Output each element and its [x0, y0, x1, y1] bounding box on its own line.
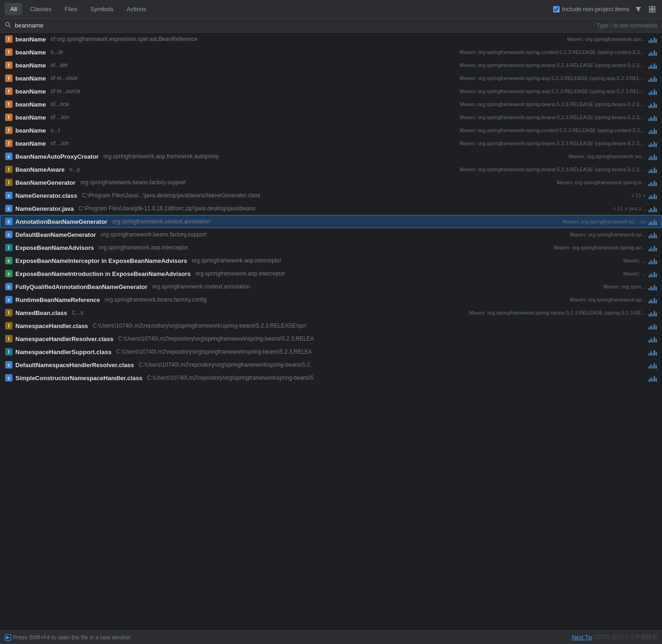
item-graph-icon: [649, 140, 657, 147]
tab-actions[interactable]: Actions: [121, 3, 152, 15]
item-type-icon: c: [5, 374, 13, 382]
item-source: Maven: org.springframework:spring-contex…: [460, 49, 646, 55]
item-name: beanName: [15, 49, 46, 56]
result-item[interactable]: fbeanNameo...orMaven: org.springframewor…: [0, 46, 662, 59]
search-icon: [5, 21, 11, 29]
result-item[interactable]: INamespaceHandlerResolver.classC:\Users\…: [0, 332, 662, 345]
item-graph-icon: [649, 309, 657, 316]
item-source: Maven: org.springframework wo...: [568, 154, 646, 159]
item-graph-icon: [649, 61, 657, 69]
item-graph-icon: [649, 192, 657, 199]
result-item[interactable]: fbeanNameof or...ourceMaven: org.springf…: [0, 85, 662, 98]
result-item[interactable]: cDefaultBeanNameGeneratororg.springframe…: [0, 228, 662, 241]
item-name: BeanNameAutoProxyCreator: [15, 153, 99, 160]
svg-marker-0: [635, 7, 641, 12]
tab-all[interactable]: All: [5, 3, 22, 15]
item-source: Maven: org.springframework:sp...: [570, 232, 646, 237]
search-input[interactable]: [15, 22, 593, 29]
include-non-project-label[interactable]: Include non-project items: [553, 6, 629, 13]
item-name: ExposeBeanNameInterceptor in ExposeBeanN…: [15, 257, 187, 264]
item-badge: < 11 >: [631, 193, 646, 198]
item-name: FullyQualifiedAnnotationBeanNameGenerato…: [15, 283, 147, 290]
tab-symbols[interactable]: Symbols: [85, 3, 119, 15]
item-context: of...der: [51, 62, 457, 68]
tab-files[interactable]: Files: [59, 3, 83, 15]
result-item[interactable]: IExposeBeanNameAdvisorsorg.springframewo…: [0, 241, 662, 254]
svg-point-5: [6, 22, 9, 26]
item-context: C:\Program Files\Java\jdk-11.0.16.1\lib\…: [79, 205, 609, 212]
result-item[interactable]: fbeanNameof or...visorMaven: org.springf…: [0, 72, 662, 85]
item-source: Maven: org.springframework:spring-b...: [557, 180, 646, 185]
item-source: Maven: org.springframework:sp...-co: [562, 219, 646, 224]
result-item[interactable]: fbeanNameof...derMaven: org.springframew…: [0, 59, 662, 72]
result-item[interactable]: INamespaceHandlerSupport.classC:\Users\1…: [0, 345, 662, 358]
item-name: beanName: [15, 101, 46, 108]
item-type-icon: c: [5, 153, 13, 160]
result-item[interactable]: cFullyQualifiedAnnotationBeanNameGenerat…: [0, 280, 662, 293]
include-non-project-checkbox[interactable]: [553, 6, 560, 13]
item-graph-icon: [649, 348, 657, 356]
item-type-icon: c: [5, 270, 13, 277]
item-graph-icon: [649, 335, 657, 342]
item-source: Maven: org.springframework:spring-beans:…: [460, 141, 646, 146]
result-item[interactable]: cNameGenerator.javaC:\Program Files\Java…: [0, 202, 662, 215]
result-item[interactable]: IBeanNameGeneratororg.springframework.be…: [0, 176, 662, 189]
item-name: BeanNameGenerator: [15, 179, 75, 186]
result-item[interactable]: cAnnotationBeanNameGeneratororg.springfr…: [0, 215, 662, 228]
result-item[interactable]: fbeanNameof org.springframework.expressi…: [0, 33, 662, 46]
item-badge: < 11 > (src.z...: [613, 206, 646, 211]
result-item[interactable]: fbeanNameo...tMaven: org.springframework…: [0, 124, 662, 137]
result-item[interactable]: cSimpleConstructorNamespaceHandler.class…: [0, 371, 662, 384]
item-context: org.springframework.aop.framework.autopr…: [103, 153, 566, 160]
svg-rect-3: [649, 10, 652, 12]
item-context: org.springframework.beans.factory.suppor…: [100, 231, 567, 238]
results-list[interactable]: fbeanNameof org.springframework.expressi…: [0, 33, 662, 630]
result-item[interactable]: INamedBean.classC...sMaven: org.springfr…: [0, 306, 662, 319]
item-context: of...nce: [51, 101, 457, 107]
item-context: of or...ource: [51, 88, 457, 94]
tab-classes[interactable]: Classes: [24, 3, 57, 15]
item-name: BeanNameAware: [15, 166, 65, 173]
item-context: org.springframework.aop.interceptor: [195, 270, 621, 277]
item-type-icon: f: [5, 127, 13, 134]
result-item[interactable]: cDefaultNamespaceHandlerResolver.classC:…: [0, 358, 662, 371]
left-nav-icon[interactable]: ▶: [5, 634, 11, 641]
result-item[interactable]: cBeanNameAutoProxyCreatororg.springframe…: [0, 150, 662, 163]
item-type-icon: I: [5, 166, 13, 173]
result-item[interactable]: INamespaceHandler.classC:\Users\10740\.m…: [0, 319, 662, 332]
result-item[interactable]: IBeanNameAwareo...yMaven: org.springfram…: [0, 163, 662, 176]
result-item[interactable]: fbeanNameof ...ionMaven: org.springframe…: [0, 137, 662, 150]
include-non-project-text: Include non-project items: [562, 6, 629, 13]
item-graph-icon: [649, 322, 657, 329]
layout-icon[interactable]: [647, 4, 657, 14]
item-context: C:\Users\10740\.m2\repository\org\spring…: [118, 335, 646, 342]
item-type-icon: f: [5, 61, 13, 69]
item-source: Maven: ...: [623, 271, 646, 276]
result-item[interactable]: cExposeBeanNameInterceptor in ExposeBean…: [0, 254, 662, 267]
result-item[interactable]: fbeanNameof...nceMaven: org.springframew…: [0, 98, 662, 111]
tab-options: Include non-project items: [553, 4, 657, 14]
item-source: Maven: org.springframework:spring-beans:…: [469, 310, 646, 315]
item-source: Maven: org.springframework:spring-beans:…: [460, 114, 646, 120]
item-context: C:\Users\10740\.m2\repository\org\spring…: [147, 375, 646, 381]
next-tip-link[interactable]: Next Tip: [572, 634, 592, 641]
filter-icon[interactable]: [633, 4, 643, 14]
item-type-icon: I: [5, 348, 13, 356]
result-item[interactable]: cExposeBeanNameIntroduction in ExposeBea…: [0, 267, 662, 280]
tab-bar: All Classes Files Symbols Actions Includ…: [0, 0, 662, 19]
item-type-icon: c: [5, 283, 13, 290]
item-graph-icon: [649, 127, 657, 134]
item-type-icon: f: [5, 114, 13, 121]
item-type-icon: f: [5, 101, 13, 108]
item-graph-icon: [649, 361, 657, 369]
result-item[interactable]: cRuntimeBeanNameReferenceorg.springframe…: [0, 293, 662, 306]
item-type-icon: f: [5, 74, 13, 82]
item-type-icon: f: [5, 87, 13, 95]
item-name: ExposeBeanNameAdvisors: [15, 244, 94, 251]
result-item[interactable]: fbeanNameof ...ionMaven: org.springframe…: [0, 111, 662, 124]
result-item[interactable]: cNameGenerator.classC:\Program Files\Jav…: [0, 189, 662, 202]
search-hint: Type / to see commands: [596, 22, 657, 29]
item-source: Maven: org.springframework:spring-beans:…: [460, 62, 646, 68]
item-source: Maven: org.sprin...: [603, 284, 646, 289]
bottom-hint: Press Shift+F4 to open the file in a new…: [13, 634, 570, 641]
